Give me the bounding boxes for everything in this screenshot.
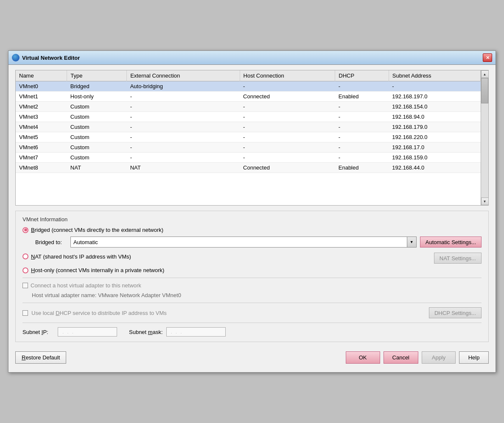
cell-name: VMnet5 (16, 132, 67, 142)
connect-adapter-row[interactable]: Connect a host virtual adapter to this n… (22, 282, 482, 289)
cell-name: VMnet4 (16, 122, 67, 132)
cell-type: Host-only (67, 92, 127, 102)
cell-type: Custom (67, 132, 127, 142)
separator-3 (22, 323, 482, 323)
nat-radio-row: NAT (shared host's IP address with VMs) … (22, 253, 482, 264)
subnet-ip-label: Subnet IP: (22, 329, 54, 335)
cell-host: - (240, 142, 335, 153)
cell-type: NAT (67, 163, 127, 173)
nat-radio[interactable] (22, 253, 28, 259)
cell-subnet: 192.168.179.0 (389, 122, 480, 132)
nat-settings-button: NAT Settings... (434, 253, 482, 264)
cell-host: - (240, 132, 335, 142)
vmnet-info-title: VMnet Information (22, 216, 482, 223)
bottom-bar: Restore Default OK Cancel Apply Help (15, 347, 489, 365)
cell-type: Custom (67, 142, 127, 153)
bridged-radio-row[interactable]: Bridged (connect VMs directly to the ext… (22, 227, 482, 233)
col-header-external: External Connection (127, 70, 240, 81)
window-body: Name Type External Connection Host Conne… (8, 65, 496, 372)
cell-dhcp: - (335, 102, 389, 112)
restore-default-button[interactable]: Restore Default (15, 351, 66, 364)
table-scrollbar[interactable]: ▲ ▼ (481, 70, 488, 205)
cell-dhcp: - (335, 142, 389, 153)
subnet-ip-input[interactable]: . . . (58, 327, 117, 337)
subnet-mask-key: m (148, 329, 153, 335)
host-only-radio-row[interactable]: Host-only (connect VMs internally in a p… (22, 267, 482, 273)
cell-external: - (127, 142, 240, 153)
cell-external: - (127, 153, 240, 163)
cell-external: - (127, 102, 240, 112)
cell-dhcp: - (335, 153, 389, 163)
cell-subnet: 192.168.197.0 (389, 92, 480, 102)
scroll-thumb[interactable] (481, 78, 488, 103)
cell-type: Custom (67, 112, 127, 122)
table-row[interactable]: VMnet3Custom---192.168.94.0 (16, 112, 481, 122)
table-row[interactable]: VMnet6Custom---192.168.17.0 (16, 142, 481, 153)
cell-subnet: 192.168.159.0 (389, 153, 480, 163)
cell-host: - (240, 112, 335, 122)
nat-key: N (31, 253, 35, 260)
col-header-dhcp: DHCP (335, 70, 389, 81)
cell-dhcp: - (335, 132, 389, 142)
virtual-network-editor-window: Virtual Network Editor ✕ Name Type Exter… (8, 50, 496, 373)
subnet-mask-input[interactable]: . . . (166, 327, 226, 337)
bridged-to-dropdown-arrow[interactable]: ▼ (407, 237, 416, 247)
apply-button: Apply (422, 351, 456, 364)
cell-name: VMnet3 (16, 112, 67, 122)
bridged-to-label: Bridged to: (35, 239, 67, 245)
table-row[interactable]: VMnet1Host-only-ConnectedEnabled192.168.… (16, 92, 481, 102)
cancel-button[interactable]: Cancel (384, 351, 418, 364)
cell-host: - (240, 153, 335, 163)
table-row[interactable]: VMnet8NATNATConnectedEnabled192.168.44.0 (16, 163, 481, 173)
bridged-to-select[interactable]: Automatic ▼ (70, 237, 417, 248)
table-row[interactable]: VMnet5Custom---192.168.220.0 (16, 132, 481, 142)
cell-dhcp: Enabled (335, 163, 389, 173)
nat-radio-label: NAT (shared host's IP address with VMs) (31, 253, 131, 260)
connect-adapter-checkbox[interactable] (22, 283, 28, 288)
host-only-key: H (31, 267, 35, 273)
subnet-row: Subnet IP: . . . Subnet mask: (22, 327, 482, 337)
dhcp-checkbox[interactable] (22, 310, 28, 316)
table-row[interactable]: VMnet7Custom---192.168.159.0 (16, 153, 481, 163)
scroll-track[interactable] (481, 78, 488, 198)
bridged-to-row: Bridged to: Automatic ▼ Automatic Settin… (35, 237, 482, 248)
table-body: VMnet0BridgedAuto-bridging---VMnet1Host-… (16, 81, 481, 173)
col-header-subnet: Subnet Address (389, 70, 480, 81)
scroll-up-button[interactable]: ▲ (481, 70, 489, 78)
window-title: Virtual Network Editor (22, 55, 480, 61)
bridged-key: B (31, 227, 35, 233)
bridged-radio[interactable] (22, 227, 28, 233)
cell-subnet: 192.168.94.0 (389, 112, 480, 122)
cell-type: Custom (67, 102, 127, 112)
automatic-settings-button[interactable]: Automatic Settings... (420, 237, 482, 248)
scroll-down-button[interactable]: ▼ (481, 198, 489, 205)
cell-external: - (127, 92, 240, 102)
host-only-radio[interactable] (22, 267, 28, 273)
cell-external: - (127, 112, 240, 122)
ok-button[interactable]: OK (346, 351, 380, 364)
separator-1 (22, 278, 482, 278)
title-bar: Virtual Network Editor ✕ (8, 51, 496, 65)
subnet-mask-label: Subnet mask: (129, 329, 163, 335)
table-row[interactable]: VMnet0BridgedAuto-bridging--- (16, 81, 481, 92)
col-header-type: Type (67, 70, 127, 81)
table-row[interactable]: VMnet2Custom---192.168.154.0 (16, 102, 481, 112)
cell-name: VMnet0 (16, 81, 67, 92)
connect-adapter-label: Connect a host virtual adapter to this n… (31, 282, 141, 289)
close-button[interactable]: ✕ (483, 53, 492, 62)
adapter-name-row: Host virtual adapter name: VMware Networ… (32, 292, 482, 298)
cell-host: - (240, 102, 335, 112)
table-header-row: Name Type External Connection Host Conne… (16, 70, 481, 81)
cell-host: - (240, 122, 335, 132)
help-button[interactable]: Help (459, 351, 489, 364)
host-only-radio-label: Host-only (connect VMs internally in a p… (31, 267, 164, 273)
network-table: Name Type External Connection Host Conne… (16, 70, 481, 173)
subnet-ip-key: I (42, 329, 43, 335)
nat-radio-inner[interactable]: NAT (shared host's IP address with VMs) (22, 253, 434, 260)
bridged-radio-label: Bridged (connect VMs directly to the ext… (31, 227, 163, 233)
cell-name: VMnet7 (16, 153, 67, 163)
cell-name: VMnet6 (16, 142, 67, 153)
table-row[interactable]: VMnet4Custom---192.168.179.0 (16, 122, 481, 132)
col-header-name: Name (16, 70, 67, 81)
bridged-to-value: Automatic (71, 239, 407, 245)
